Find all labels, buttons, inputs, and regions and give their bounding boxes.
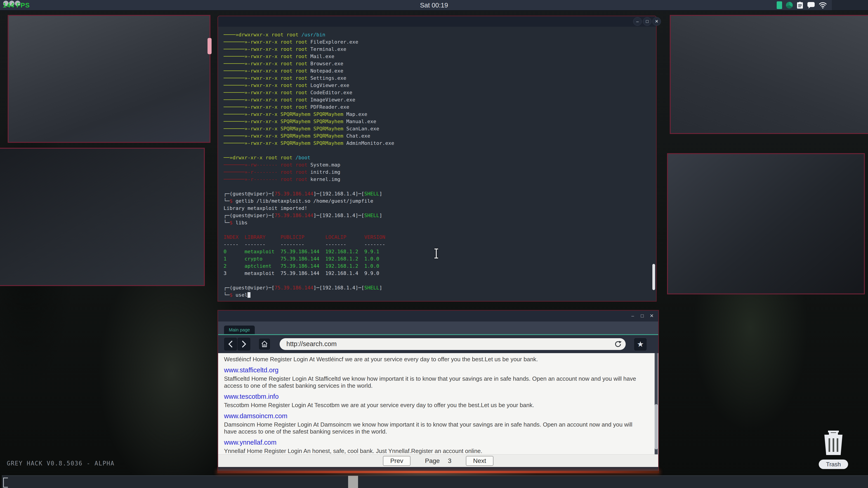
window-glow-border [217,471,659,473]
prev-page-button[interactable]: Prev [383,456,410,466]
terminal-line: ───────»-r-------- root root initrd.img [223,168,656,176]
terminal-line [223,277,656,284]
wifi-icon[interactable] [819,2,827,8]
terminal-line: ───────»-rwxr-xr-x SPQRMayhem SPQRMayhem… [223,132,656,140]
terminal-line: ───────»-rwxr-xr-x root root Settings.ex… [223,74,656,82]
minimize-button[interactable]: – [629,312,637,320]
browser-tab-bar: Main page [218,322,658,334]
terminal-line: ───────»-rwxr-xr-x root root LogViewer.e… [223,82,656,89]
terminal-line: ───────»-rw------- root root System.map [223,161,656,168]
desktop: GREY HACK V0.8.5036 - ALPHA Trash – □ ✕ … [0,0,868,488]
terminal-line: ───────»-rwxr-xr-x SPQRMayhem SPQRMayhem… [223,125,656,132]
pie-chart-icon[interactable] [786,2,793,8]
star-icon: ★ [637,340,644,348]
next-page-button[interactable]: Next [466,456,493,466]
chat-icon[interactable] [807,2,815,9]
terminal-line: 1 crypto 75.39.186.144 192.168.1.2 1.0.0 [223,255,656,263]
terminal-line: ───────»-rwxr-xr-x root root ImageViewer… [223,96,656,103]
result-description: Tescotbm Home Register Login At Tescotbm… [224,402,645,409]
result-description: Damsoincm Home Register Login At Damsoin… [224,421,645,435]
terminal-line: Library metaxploit imported! [223,205,656,212]
background-window-top-left[interactable] [8,15,211,143]
background-window-bottom-left[interactable] [0,148,205,286]
clipboard-icon[interactable] [797,1,803,9]
terminal-line: ────»drwxrwxr-x root root /usr/bin [223,31,656,38]
terminal-line [223,147,656,154]
terminal-line [223,183,656,190]
browser-scrollbar-thumb[interactable] [655,404,658,449]
terminal-line: ───────»-rwxr-xr-x root root CodeEditor.… [223,89,656,96]
terminal-line: ───────»-rwxr-xr-x root root FileExplore… [223,38,656,46]
url-bar[interactable]: http://search.com [280,338,626,350]
result-description: Ynnellaf Home Register Login An honest, … [224,448,645,454]
bookmark-button[interactable]: ★ [634,338,647,350]
terminal-line: └─$ usel [223,291,656,299]
search-results: Westléincf Home Register Login At Westlé… [218,353,658,454]
game-version-label: GREY HACK V0.8.5036 - ALPHA [7,460,115,467]
window-fragment [3,478,8,488]
close-button[interactable]: ✕ [648,312,655,320]
terminal-line: ┌─(guest@viper)─[75.39.186.144]─[192.168… [223,190,656,197]
terminal-line: ----- ------- -------- ------- ------- [223,241,656,248]
terminal-line: ───────»-rwxr-xr-x root root Browser.exe [223,60,656,67]
terminal-line: ───────»-rwxr-xr-x root root Notepad.exe [223,67,656,74]
tab-main-page[interactable]: Main page [224,326,255,334]
terminal-line: ───────»-rwxr-xr-x SPQRMayhem SPQRMayhem… [223,118,656,125]
terminal-line: ───────»-rwxr-xr-x SPQRMayhem SPQRMayhem… [223,140,656,147]
terminal-window[interactable]: – □ ✕ ────»drwxrwxr-x root root /usr/bin… [217,15,657,302]
page-label: Page [425,457,440,464]
terminal-line: ──»drwxr-xr-x root root /boot [223,154,656,161]
minimize-button[interactable]: – [633,17,642,26]
terminal-line: ───────»-rwxr-xr-x root root Terminal.ex… [223,46,656,53]
battery-icon[interactable] [777,1,782,9]
terminal-line: └─$ libs [223,219,656,226]
terminal-line: 3 metaxploit 75.39.186.144 192.168.1.4 9… [223,270,656,277]
terminal-titlebar[interactable]: – □ ✕ [218,16,656,27]
terminal-line: ┌─(guest@viper)─[75.39.186.144]─[192.168… [223,284,656,291]
trash-shortcut[interactable]: Trash [819,430,848,469]
trash-icon [822,430,845,456]
result-link[interactable]: www.tescotbm.info [224,393,645,400]
scrollbar-fragment [348,476,358,488]
maximize-button[interactable]: □ [643,17,651,26]
trash-label: Trash [819,459,848,469]
background-window-top-right[interactable] [670,15,868,134]
refresh-button[interactable] [614,340,622,349]
system-tray [777,0,827,10]
terminal-line: ───────»-rwxr-xr-x root root Mail.exe [223,53,656,60]
terminal-line: ───────»-rwxr-xr-x root root PDFReader.e… [223,103,656,111]
pagination-bar: Prev Page 3 Next [218,454,658,467]
system-top-bar: 144 FPS Sat 00:19 [0,0,868,11]
terminal-line: INDEX LIBRARY PUBLICIP LOCALIP VERSION [223,234,656,241]
chevron-left-icon [227,340,234,348]
close-button[interactable]: ✕ [652,17,661,26]
terminal-output[interactable]: ────»drwxrwxr-x root root /usr/bin──────… [218,27,656,301]
forward-button[interactable] [238,338,250,350]
terminal-line: ───────»-rwxr-xr-x SPQRMayhem SPQRMayhem… [223,111,656,118]
background-window-middle-right[interactable] [667,153,865,294]
back-button[interactable] [224,338,237,350]
browser-titlebar[interactable]: – □ ✕ [218,311,658,322]
result-link[interactable]: www.ynnellaf.com [224,439,645,446]
window-resize-handle[interactable] [208,38,212,54]
result-link[interactable]: www.damsoincm.com [224,412,645,420]
home-icon [261,340,268,348]
terminal-line: └─$ getlib /lib/metaxploit.so /home/gues… [223,197,656,205]
terminal-line: 2 aptclient 75.39.186.144 192.168.1.2 1.… [223,263,656,270]
result-link[interactable]: www.stafficeltd.org [224,366,645,374]
url-text[interactable]: http://search.com [286,340,337,348]
terminal-scrollbar-thumb[interactable] [652,264,655,290]
result-description: Stafficeltd Home Register Login At Staff… [224,375,645,389]
terminal-line: ───────»-r-------- root root kernel.img [223,176,656,183]
browser-window[interactable]: – □ ✕ Main page http://search.com [217,310,659,472]
clock: Sat 00:19 [0,2,868,9]
page-number-field[interactable]: 3 [448,457,452,464]
maximize-button[interactable]: □ [638,312,646,320]
terminal-line: 0 metaxploit 75.39.186.144 192.168.1.2 9… [223,248,656,255]
terminal-line: ┌─(guest@viper)─[75.39.186.144]─[192.168… [223,212,656,219]
chevron-right-icon [241,340,247,348]
text-cursor-pointer [434,249,439,258]
background-window-bottom-bar[interactable] [2,475,868,488]
home-button[interactable] [259,339,270,350]
terminal-line [223,226,656,234]
